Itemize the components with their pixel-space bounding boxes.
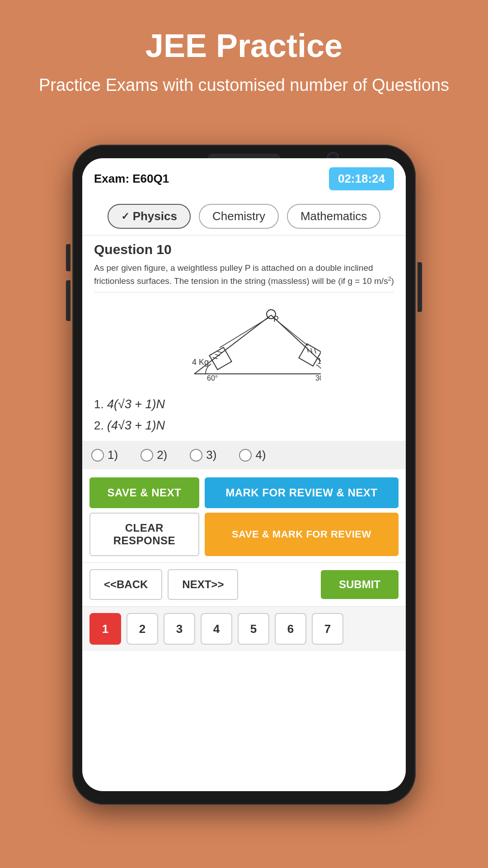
side-button-right xyxy=(418,262,422,312)
svg-text:60°: 60° xyxy=(207,374,218,382)
phone-outer: Exam: E60Q1 02:18:24 ✓ Physics Chemistry xyxy=(72,145,416,805)
palette-item-5[interactable]: 5 xyxy=(238,613,269,645)
nav-buttons: <<BACK NEXT>> SUBMIT xyxy=(82,562,406,606)
palette-item-2[interactable]: 2 xyxy=(127,613,158,645)
palette-item-4[interactable]: 4 xyxy=(201,613,232,645)
clear-response-button[interactable]: CLEAR RESPONSE xyxy=(89,513,199,556)
save-next-button[interactable]: SAVE & NEXT xyxy=(89,477,199,508)
question-palette: 1234567 xyxy=(82,606,406,651)
question-area: Question 10 As per given figure, a weigh… xyxy=(82,235,406,469)
side-button-left xyxy=(66,244,70,271)
svg-rect-5 xyxy=(209,348,231,370)
exam-code: E60Q1 xyxy=(132,172,169,185)
exam-label-text: Exam: xyxy=(94,172,129,185)
physics-label: Physics xyxy=(133,209,177,223)
radio-label-2: 2) xyxy=(157,448,167,462)
palette-item-1[interactable]: 1 xyxy=(89,613,121,645)
action-buttons-row2: CLEAR RESPONSE SAVE & MARK FOR REVIEW xyxy=(82,513,406,562)
pulley-diagram: P xyxy=(167,297,321,387)
svg-line-10 xyxy=(305,348,310,353)
back-button[interactable]: <<BACK xyxy=(89,569,162,600)
mark-review-button[interactable]: MARK FOR REVIEW & NEXT xyxy=(205,477,399,508)
radio-circle-2 xyxy=(141,449,153,462)
svg-line-14 xyxy=(273,317,308,346)
radio-options-row: 1) 2) 3) 4) xyxy=(82,441,406,469)
answer-option-2: 2. (4√3 + 1)N xyxy=(94,415,394,436)
app-subtitle: Practice Exams with customised number of… xyxy=(36,73,452,97)
header-area: JEE Practice Practice Exams with customi… xyxy=(0,0,488,115)
radio-label-4: 4) xyxy=(255,448,266,462)
radio-option-1[interactable]: 1) xyxy=(91,448,118,462)
tab-chemistry[interactable]: Chemistry xyxy=(199,204,279,229)
answer-option-1: 1. 4(√3 + 1)N xyxy=(94,394,394,415)
side-button-left2 xyxy=(66,280,70,321)
exam-label: Exam: E60Q1 xyxy=(94,172,169,186)
app-title: JEE Practice xyxy=(36,27,452,64)
action-buttons-row1: SAVE & NEXT MARK FOR REVIEW & NEXT xyxy=(82,469,406,513)
radio-label-3: 3) xyxy=(206,448,216,462)
svg-line-13 xyxy=(220,317,269,348)
svg-text:4 Kg: 4 Kg xyxy=(192,358,209,367)
palette-item-7[interactable]: 7 xyxy=(312,613,343,645)
palette-item-6[interactable]: 6 xyxy=(275,613,306,645)
radio-circle-3 xyxy=(190,449,202,462)
exam-header: Exam: E60Q1 02:18:24 xyxy=(82,158,406,198)
svg-text:P: P xyxy=(273,315,279,324)
tab-physics[interactable]: ✓ Physics xyxy=(108,204,191,229)
submit-button[interactable]: SUBMIT xyxy=(321,570,399,599)
palette-item-3[interactable]: 3 xyxy=(164,613,195,645)
tab-mathematics[interactable]: Mathematics xyxy=(287,204,380,229)
phone-mockup: Exam: E60Q1 02:18:24 ✓ Physics Chemistry xyxy=(72,145,416,805)
next-button[interactable]: NEXT>> xyxy=(168,569,238,600)
question-number: Question 10 xyxy=(94,242,394,257)
svg-text:30°: 30° xyxy=(315,374,321,382)
question-text: As per given figure, a weightless pulley… xyxy=(94,262,394,292)
radio-option-2[interactable]: 2) xyxy=(141,448,167,462)
svg-text:1 Kg: 1 Kg xyxy=(317,357,321,366)
save-mark-review-button[interactable]: SAVE & MARK FOR REVIEW xyxy=(205,513,399,556)
radio-option-4[interactable]: 4) xyxy=(239,448,266,462)
exam-timer: 02:18:24 xyxy=(329,167,394,190)
radio-circle-1 xyxy=(91,449,104,462)
app-content: Exam: E60Q1 02:18:24 ✓ Physics Chemistry xyxy=(82,158,406,791)
checkmark-icon: ✓ xyxy=(121,211,129,222)
radio-label-1: 1) xyxy=(108,448,118,462)
mathematics-label: Mathematics xyxy=(300,209,367,223)
phone-screen: Exam: E60Q1 02:18:24 ✓ Physics Chemistry xyxy=(82,158,406,791)
radio-circle-4 xyxy=(239,449,252,462)
diagram-container: P xyxy=(94,292,394,394)
subject-tabs: ✓ Physics Chemistry Mathematics xyxy=(82,198,406,235)
chemistry-label: Chemistry xyxy=(212,209,265,223)
radio-option-3[interactable]: 3) xyxy=(190,448,216,462)
